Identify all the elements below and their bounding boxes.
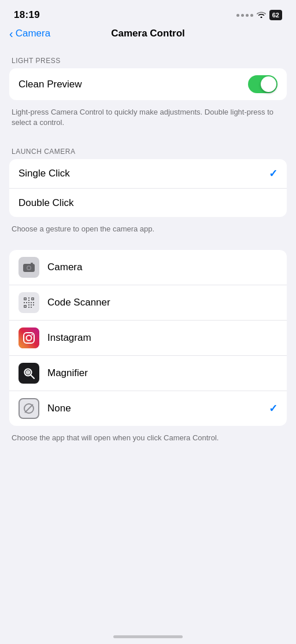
- none-app-icon: [18, 398, 39, 419]
- svg-rect-7: [25, 298, 26, 299]
- status-icons: 62: [236, 10, 282, 20]
- double-click-label: Double Click: [18, 197, 278, 209]
- clean-preview-toggle[interactable]: [248, 75, 278, 93]
- list-item[interactable]: None ✓: [9, 391, 287, 426]
- svg-rect-15: [31, 302, 32, 303]
- svg-rect-17: [28, 304, 29, 306]
- app-list-card: Camera: [9, 250, 287, 426]
- app-list-helper: Choose the app that will open when you c…: [0, 429, 296, 450]
- svg-rect-22: [18, 327, 39, 348]
- none-label: None: [47, 403, 269, 414]
- instagram-label: Instagram: [47, 332, 278, 344]
- launch-camera-section: LAUNCH CAMERA Single Click ✓ Double Clic…: [0, 143, 296, 241]
- light-press-header: LIGHT PRESS: [0, 52, 296, 68]
- list-item[interactable]: Instagram: [9, 320, 287, 355]
- svg-rect-19: [33, 304, 34, 306]
- home-indicator: [113, 635, 183, 638]
- signal-dots-icon: [236, 14, 253, 17]
- svg-rect-11: [28, 300, 29, 301]
- camera-label: Camera: [47, 262, 278, 273]
- nav-bar: ‹ Camera Camera Control: [0, 25, 296, 44]
- toggle-thumb: [261, 76, 276, 92]
- svg-rect-16: [33, 302, 34, 303]
- battery-level: 62: [272, 12, 279, 19]
- list-item[interactable]: Camera: [9, 250, 287, 285]
- launch-camera-card: Single Click ✓ Double Click: [9, 159, 287, 217]
- svg-rect-13: [26, 302, 27, 303]
- double-click-row[interactable]: Double Click: [9, 188, 287, 217]
- single-click-check: ✓: [269, 167, 278, 180]
- battery-icon: 62: [269, 10, 282, 20]
- single-click-row[interactable]: Single Click ✓: [9, 159, 287, 188]
- camera-app-icon: [18, 257, 39, 278]
- code-scanner-app-icon: [18, 292, 39, 313]
- back-label: Camera: [16, 28, 50, 39]
- status-time: 18:19: [14, 9, 40, 21]
- list-item[interactable]: Code Scanner: [9, 285, 287, 320]
- svg-point-2: [28, 266, 31, 269]
- magnifier-label: Magnifier: [47, 367, 278, 379]
- light-press-helper: Light-press Camera Control to quickly ma…: [0, 104, 296, 135]
- none-check: ✓: [269, 402, 278, 415]
- svg-line-32: [25, 404, 33, 413]
- instagram-app-icon: [18, 327, 39, 348]
- page-title: Camera Control: [111, 28, 185, 39]
- light-press-section: LIGHT PRESS Clean Preview Light-press Ca…: [0, 52, 296, 135]
- back-button[interactable]: ‹ Camera: [9, 28, 50, 39]
- svg-line-27: [31, 375, 34, 378]
- wifi-icon: [257, 10, 266, 20]
- code-scanner-label: Code Scanner: [47, 297, 278, 308]
- svg-rect-12: [24, 302, 25, 303]
- svg-rect-10: [28, 297, 29, 299]
- clean-preview-row[interactable]: Clean Preview: [9, 68, 287, 100]
- svg-rect-18: [31, 304, 32, 306]
- magnifier-app-icon: [18, 363, 39, 384]
- clean-preview-label: Clean Preview: [18, 79, 248, 90]
- app-list-section: Camera: [0, 250, 296, 450]
- svg-rect-21: [31, 307, 32, 308]
- svg-rect-3: [31, 263, 33, 264]
- svg-rect-8: [32, 298, 34, 299]
- single-click-label: Single Click: [18, 168, 269, 179]
- launch-camera-header: LAUNCH CAMERA: [0, 143, 296, 159]
- list-item[interactable]: Magnifier: [9, 355, 287, 391]
- chevron-left-icon: ‹: [9, 28, 13, 39]
- clean-preview-card: Clean Preview: [9, 68, 287, 100]
- svg-rect-20: [28, 307, 29, 308]
- svg-rect-9: [25, 306, 26, 307]
- launch-camera-helper: Choose a gesture to open the camera app.: [0, 220, 296, 241]
- svg-rect-14: [28, 302, 29, 303]
- status-bar: 18:19 62: [0, 0, 296, 25]
- svg-point-25: [31, 334, 32, 335]
